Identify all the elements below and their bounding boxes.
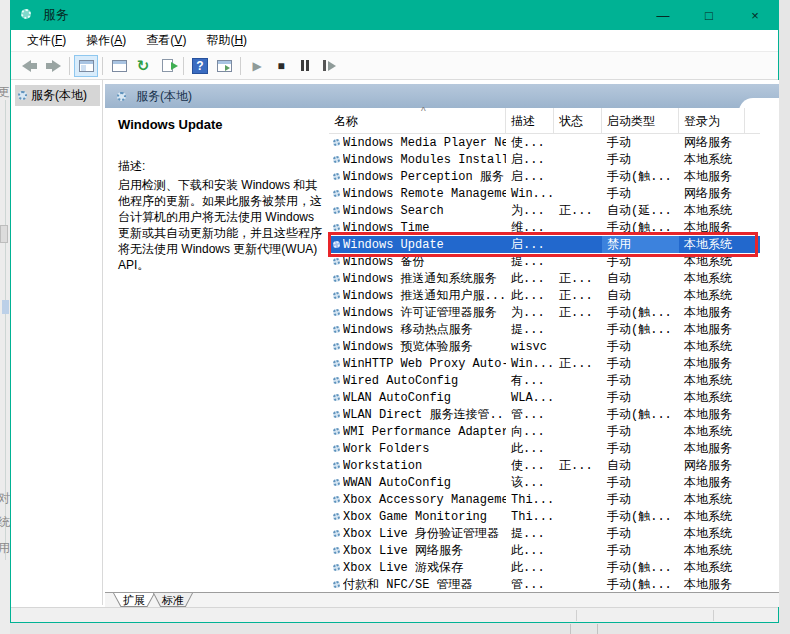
column-header-startup[interactable]: 启动类型 bbox=[602, 108, 679, 134]
column-header-logon[interactable]: 登录为 bbox=[679, 108, 745, 134]
service-row[interactable]: Xbox Game MonitoringThi...手动(触...本地系统 bbox=[329, 508, 760, 525]
cell-logon: 本地服务 bbox=[679, 474, 745, 491]
cell-startup: 手动 bbox=[602, 134, 679, 151]
cell-desc: 此... bbox=[506, 440, 554, 457]
service-row[interactable]: WinHTTP Web Proxy Auto-...Win...正...手动本地… bbox=[329, 355, 760, 372]
service-row[interactable]: 付款和 NFC/SE 管理器管...手动(触...本地服务 bbox=[329, 576, 760, 592]
cell-desc: 有... bbox=[506, 372, 554, 389]
tab-standard[interactable]: 标准 bbox=[153, 593, 193, 607]
stop-icon: ■ bbox=[277, 59, 284, 73]
help-button[interactable]: ? bbox=[188, 55, 212, 77]
service-gear-icon bbox=[329, 156, 343, 163]
service-row[interactable]: Windows 推送通知系统服务此...正...自动本地系统 bbox=[329, 270, 760, 287]
tree-item-services-local[interactable]: 服务(本地) bbox=[15, 85, 100, 106]
back-button[interactable] bbox=[17, 55, 41, 77]
menu-action[interactable]: 操作(A) bbox=[76, 30, 136, 51]
service-row[interactable]: Windows 移动热点服务提...手动(触...本地服务 bbox=[329, 321, 760, 338]
service-row[interactable]: Work Folders此...手动本地服务 bbox=[329, 440, 760, 457]
cell-desc: Win... bbox=[506, 357, 554, 371]
service-row[interactable]: Workstation使...正...自动网络服务 bbox=[329, 457, 760, 474]
service-row[interactable]: WWAN AutoConfig该...手动本地服务 bbox=[329, 474, 760, 491]
service-gear-icon bbox=[329, 581, 343, 588]
cell-name: Xbox Live 网络服务 bbox=[343, 542, 506, 559]
cell-desc: 提... bbox=[506, 253, 554, 270]
service-row[interactable]: Wired AutoConfig有...手动本地系统 bbox=[329, 372, 760, 389]
service-row[interactable]: Windows Perception 服务启...手动(触...本地服务 bbox=[329, 168, 760, 185]
cell-desc: 此... bbox=[506, 270, 554, 287]
service-row[interactable]: Windows 预览体验服务wisvc手动本地系统 bbox=[329, 338, 760, 355]
forward-button[interactable] bbox=[41, 55, 65, 77]
properties-button[interactable] bbox=[107, 55, 131, 77]
menu-help[interactable]: 帮助(H) bbox=[196, 30, 257, 51]
menu-view[interactable]: 查看(V) bbox=[136, 30, 196, 51]
service-row[interactable]: Windows 许可证管理器服务为...正...手动(触...本地服务 bbox=[329, 304, 760, 321]
cell-desc: 使... bbox=[506, 134, 554, 151]
cell-startup: 手动 bbox=[602, 185, 679, 202]
service-row[interactable]: Windows Modules Installer启...手动本地系统 bbox=[329, 151, 760, 168]
service-row[interactable]: Windows Remote Manageme...Win...手动网络服务 bbox=[329, 185, 760, 202]
background-artifact bbox=[2, 300, 9, 314]
cell-startup: 手动 bbox=[602, 423, 679, 440]
close-button[interactable]: × bbox=[732, 0, 778, 30]
service-row[interactable]: Windows Update启...禁用本地系统 bbox=[329, 236, 760, 253]
forward-arrow-icon bbox=[52, 60, 61, 72]
export-list-icon bbox=[162, 59, 173, 72]
show-action-pane-button[interactable] bbox=[212, 55, 236, 77]
pause-service-button[interactable] bbox=[293, 55, 317, 77]
cell-logon: 网络服务 bbox=[679, 134, 745, 151]
service-row[interactable]: Windows 推送通知用户服...此...正...自动本地系统 bbox=[329, 287, 760, 304]
help-icon: ? bbox=[192, 58, 208, 74]
cell-startup: 手动 bbox=[602, 389, 679, 406]
window-title: 服务 bbox=[43, 6, 69, 24]
background-artifact bbox=[570, 624, 571, 634]
pane-banner: 服务(本地) bbox=[105, 84, 779, 108]
background-artifact bbox=[597, 624, 598, 634]
menu-file[interactable]: 文件(F) bbox=[17, 30, 76, 51]
service-row[interactable]: Windows Search为...正...自动(延...本地系统 bbox=[329, 202, 760, 219]
service-row[interactable]: Xbox Live 身份验证管理器提...手动本地系统 bbox=[329, 525, 760, 542]
cell-logon: 本地系统 bbox=[679, 508, 745, 525]
cell-startup: 手动 bbox=[602, 372, 679, 389]
cell-startup: 手动(触... bbox=[602, 219, 679, 236]
minimize-button[interactable]: — bbox=[640, 0, 686, 30]
background-char: 统 bbox=[0, 514, 10, 531]
cell-logon: 本地服务 bbox=[679, 440, 745, 457]
service-row[interactable]: Xbox Accessory Manageme...Thi...手动本地系统 bbox=[329, 491, 760, 508]
cell-name: Workstation bbox=[343, 459, 506, 473]
cell-desc: 此... bbox=[506, 287, 554, 304]
service-row[interactable]: WLAN AutoConfigWLA...手动本地系统 bbox=[329, 389, 760, 406]
restart-icon bbox=[323, 60, 326, 71]
service-row[interactable]: Xbox Live 网络服务此...手动本地系统 bbox=[329, 542, 760, 559]
cell-desc: 为... bbox=[506, 202, 554, 219]
service-row[interactable]: WMI Performance Adapter向...手动本地系统 bbox=[329, 423, 760, 440]
service-row[interactable]: Windows 备份提...手动本地系统 bbox=[329, 253, 760, 270]
column-header-status[interactable]: 状态 bbox=[554, 108, 602, 134]
services-app-icon bbox=[21, 8, 35, 22]
service-gear-icon bbox=[329, 411, 343, 418]
show-console-tree-button[interactable] bbox=[74, 55, 98, 77]
cell-logon: 本地系统 bbox=[679, 270, 745, 287]
restart-service-button[interactable] bbox=[317, 55, 341, 77]
banner-title: 服务(本地) bbox=[136, 88, 192, 105]
service-row[interactable]: Windows Media Player Ne...使...手动网络服务 bbox=[329, 134, 760, 151]
refresh-button[interactable]: ↻ bbox=[131, 55, 155, 77]
cell-desc: Thi... bbox=[506, 493, 554, 507]
service-row[interactable]: Xbox Live 游戏保存此...手动(触...本地系统 bbox=[329, 559, 760, 576]
service-row[interactable]: Windows Time维...手动(触...本地服务 bbox=[329, 219, 760, 236]
tab-extended[interactable]: 扩展 bbox=[113, 593, 155, 607]
column-header-desc[interactable]: 描述 bbox=[506, 108, 554, 134]
title-bar[interactable]: 服务 — □ × bbox=[11, 0, 778, 30]
cell-name: Windows Perception 服务 bbox=[343, 168, 506, 185]
services-icon bbox=[18, 91, 27, 100]
export-list-button[interactable] bbox=[155, 55, 179, 77]
cell-logon: 网络服务 bbox=[679, 185, 745, 202]
cell-desc: 使... bbox=[506, 457, 554, 474]
service-row[interactable]: WLAN Direct 服务连接管...管...手动(触...本地服务 bbox=[329, 406, 760, 423]
column-header-name[interactable]: 名称 bbox=[329, 108, 506, 134]
start-service-button[interactable]: ▶ bbox=[245, 55, 269, 77]
stop-service-button[interactable]: ■ bbox=[269, 55, 293, 77]
cell-logon: 网络服务 bbox=[679, 457, 745, 474]
maximize-button[interactable]: □ bbox=[686, 0, 732, 30]
cell-name: Windows Time bbox=[343, 221, 506, 235]
pause-icon bbox=[301, 60, 309, 71]
